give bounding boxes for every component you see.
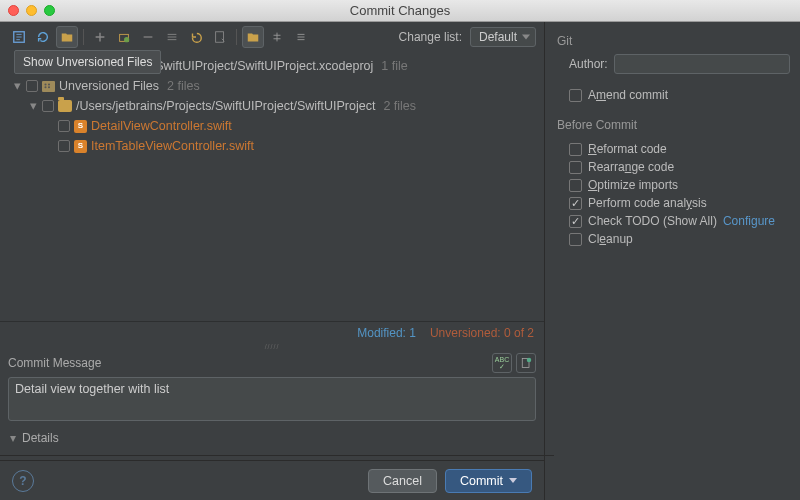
- titlebar: Commit Changes: [0, 0, 800, 22]
- amend-commit-row[interactable]: Amend commit: [557, 88, 790, 102]
- change-list-combo[interactable]: Default: [470, 27, 536, 47]
- right-pane: Git Author: Amend commit Before Commit R…: [545, 22, 800, 500]
- commit-message-text: Detail view together with list: [15, 382, 169, 396]
- change-list-label: Change list:: [399, 30, 462, 44]
- rollback-icon[interactable]: [185, 26, 207, 48]
- reformat-code-label: Reformat code: [588, 142, 667, 156]
- optimize-imports-label: Optimize imports: [588, 178, 678, 192]
- details-toggle[interactable]: ▾ Details: [0, 425, 544, 451]
- collapse-all-icon[interactable]: [290, 26, 312, 48]
- code-analysis-row[interactable]: Perform code analysis: [569, 196, 790, 210]
- checkbox[interactable]: [569, 161, 582, 174]
- expander-icon[interactable]: ▾: [28, 96, 38, 116]
- tree-unversioned-row[interactable]: ▾ Unversioned Files 2 files: [6, 76, 538, 96]
- tree-file-row[interactable]: S ItemTableViewController.swift: [6, 136, 538, 156]
- expander-icon[interactable]: ▾: [12, 76, 22, 96]
- swift-file-icon: S: [74, 120, 87, 133]
- checkbox[interactable]: [58, 140, 70, 152]
- file-name: ItemTableViewController.swift: [91, 136, 254, 156]
- remove-icon[interactable]: [137, 26, 159, 48]
- checkbox[interactable]: [569, 143, 582, 156]
- swift-file-icon: S: [74, 140, 87, 153]
- tree-file-row[interactable]: S DetailViewController.swift: [6, 116, 538, 136]
- tree-path: /Users/jetbrains/Projects/SwiftUIProject…: [76, 96, 375, 116]
- commit-message-label: Commit Message: [8, 356, 101, 370]
- folder-icon: [58, 100, 72, 112]
- add-icon[interactable]: [89, 26, 111, 48]
- move-icon[interactable]: [161, 26, 183, 48]
- commit-message-input[interactable]: Detail view together with list: [8, 377, 536, 421]
- toolbar: Change list: Default Show Unversioned Fi…: [0, 22, 544, 52]
- before-commit-header: Before Commit: [557, 118, 790, 132]
- checkbox[interactable]: [569, 233, 582, 246]
- tree-folder-row[interactable]: ▾ /Users/jetbrains/Projects/SwiftUIProje…: [6, 96, 538, 116]
- show-diff-icon[interactable]: [8, 26, 30, 48]
- check-todo-row[interactable]: Check TODO (Show All) Configure: [569, 214, 790, 228]
- toolbar-separator: [83, 29, 84, 45]
- toolbar-separator: [236, 29, 237, 45]
- reformat-code-row[interactable]: Reformat code: [569, 142, 790, 156]
- help-icon[interactable]: ?: [12, 470, 34, 492]
- status-unversioned: Unversioned: 0 of 2: [430, 326, 534, 340]
- divider: [0, 455, 554, 456]
- spellcheck-icon[interactable]: ABC✓: [492, 353, 512, 373]
- checkbox[interactable]: [569, 215, 582, 228]
- code-analysis-label: Perform code analysis: [588, 196, 707, 210]
- bottom-bar: ? Cancel Commit: [0, 460, 544, 500]
- expander-icon[interactable]: ▾: [8, 431, 18, 445]
- author-field-row: Author:: [557, 54, 790, 74]
- tree-label: Unversioned Files: [59, 76, 159, 96]
- author-label: Author:: [569, 57, 608, 71]
- jump-to-source-icon[interactable]: [209, 26, 231, 48]
- configure-link[interactable]: Configure: [723, 214, 775, 228]
- status-modified: Modified: 1: [357, 326, 416, 340]
- window-title: Commit Changes: [0, 3, 800, 18]
- check-todo-label: Check TODO (Show All): [588, 214, 717, 228]
- checkbox[interactable]: [569, 179, 582, 192]
- delete-changelist-icon[interactable]: [113, 26, 135, 48]
- commit-message-header: Commit Message ABC✓: [0, 349, 544, 377]
- changes-status-bar: Modified: 1 Unversioned: 0 of 2: [0, 321, 544, 343]
- checkbox[interactable]: [58, 120, 70, 132]
- expand-all-icon[interactable]: [266, 26, 288, 48]
- checkbox[interactable]: [569, 197, 582, 210]
- rearrange-code-row[interactable]: Rearrange code: [569, 160, 790, 174]
- show-unversioned-icon[interactable]: [56, 26, 78, 48]
- checkbox[interactable]: [26, 80, 38, 92]
- tooltip-show-unversioned: Show Unversioned Files: [14, 50, 161, 74]
- svg-point-5: [527, 358, 532, 363]
- tree-count: 1 file: [381, 56, 407, 76]
- cleanup-label: Cleanup: [588, 232, 633, 246]
- file-name: DetailViewController.swift: [91, 116, 232, 136]
- details-label: Details: [22, 431, 59, 445]
- commit-button[interactable]: Commit: [445, 469, 532, 493]
- svg-rect-3: [216, 32, 224, 43]
- rearrange-code-label: Rearrange code: [588, 160, 674, 174]
- tree-count: 2 files: [167, 76, 200, 96]
- svg-point-2: [124, 37, 129, 42]
- tree-count: 2 files: [383, 96, 416, 116]
- author-input[interactable]: [614, 54, 790, 74]
- checkbox[interactable]: [569, 89, 582, 102]
- checkbox[interactable]: [42, 100, 54, 112]
- refresh-icon[interactable]: [32, 26, 54, 48]
- changelist-icon: [42, 81, 55, 92]
- git-section-header: Git: [557, 34, 790, 48]
- group-by-directory-icon[interactable]: [242, 26, 264, 48]
- cancel-button[interactable]: Cancel: [368, 469, 437, 493]
- history-icon[interactable]: [516, 353, 536, 373]
- changes-tree[interactable]: ▸ rains/Projects/SwiftUIProject/SwiftUIP…: [0, 52, 544, 321]
- cleanup-row[interactable]: Cleanup: [569, 232, 790, 246]
- optimize-imports-row[interactable]: Optimize imports: [569, 178, 790, 192]
- amend-commit-label: Amend commit: [588, 88, 668, 102]
- left-pane: Change list: Default Show Unversioned Fi…: [0, 22, 545, 500]
